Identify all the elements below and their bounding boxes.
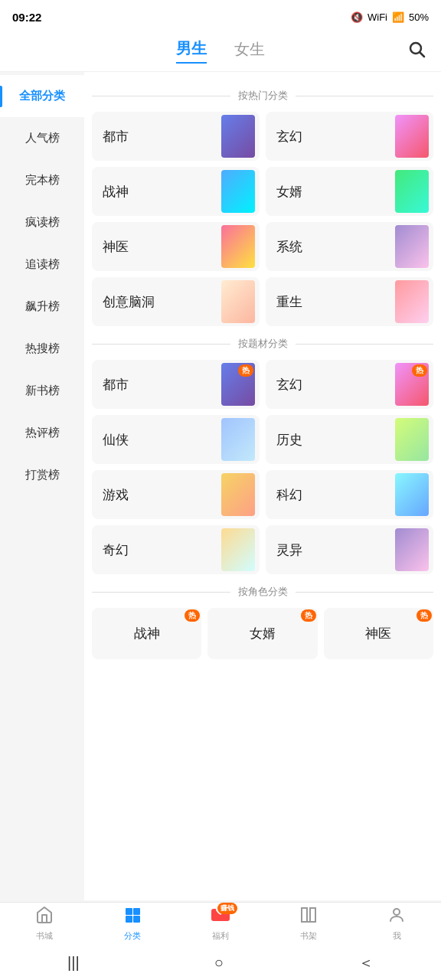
home-icon [35, 906, 54, 929]
bottom-nav: 书城 分类 赚钱 福利 [0, 902, 441, 945]
hot-badge-urban: 热 [238, 364, 253, 377]
cat-item-urban-hot[interactable]: 都市 [92, 112, 260, 161]
sidebar-item-new-books[interactable]: 新书榜 [0, 370, 84, 412]
topic-category-label: 按题材分类 [238, 337, 288, 351]
cover-img-urban [221, 115, 255, 158]
nav-item-category[interactable]: 分类 [88, 903, 176, 945]
character-category-label: 按角色分类 [238, 585, 288, 599]
header-tabs: 男生 女生 [176, 38, 265, 64]
main-layout: 全部分类 人气榜 完本榜 疯读榜 追读榜 飙升榜 热搜榜 新书榜 热评榜 打赏榜… [0, 72, 441, 900]
sidebar-item-complete[interactable]: 完本榜 [0, 159, 84, 201]
cover-img-zhanshen [221, 170, 255, 213]
cover-img-nuxu [395, 170, 429, 213]
sidebar-item-all[interactable]: 全部分类 [0, 75, 84, 117]
cat-label-xitong: 系统 [276, 238, 302, 256]
cat-item-xuanhuan-topic[interactable]: 玄幻 热 [266, 360, 433, 409]
sidebar-item-hot-search[interactable]: 热搜榜 [0, 328, 84, 370]
hot-category-header: 按热门分类 [92, 89, 433, 103]
cat-item-kehuan-topic[interactable]: 科幻 [266, 470, 433, 519]
nav-label-bookstore: 书城 [36, 930, 53, 942]
header: 男生 女生 [0, 31, 441, 72]
svg-rect-5 [133, 916, 140, 923]
divider-right [296, 96, 434, 96]
sidebar: 全部分类 人气榜 完本榜 疯读榜 追读榜 飙升榜 热搜榜 新书榜 热评榜 打赏榜 [0, 72, 84, 900]
nav-item-bookshelf[interactable]: 书架 [265, 903, 353, 945]
char-label-zhanshen: 战神 [134, 625, 160, 642]
svg-rect-8 [310, 908, 315, 922]
cover-img-xianxia-topic [221, 418, 255, 461]
cat-item-chuangyi-hot[interactable]: 创意脑洞 [92, 277, 260, 326]
svg-point-10 [394, 909, 400, 915]
status-icons: 🔇 WiFi 📶 50% [351, 11, 429, 23]
cat-item-urban-topic[interactable]: 都市 热 [92, 360, 260, 409]
cat-item-shenyi-hot[interactable]: 神医 [92, 222, 260, 271]
sidebar-item-hot-reviews[interactable]: 热评榜 [0, 412, 84, 454]
cat-cover-urban [221, 115, 255, 158]
cat-item-qihuan-topic[interactable]: 奇幻 [92, 525, 260, 574]
svg-rect-4 [126, 916, 132, 923]
cat-item-chongsheng-hot[interactable]: 重生 [266, 277, 433, 326]
cover-img-qihuan-topic [221, 528, 255, 571]
cat-cover-nuxu [395, 170, 429, 213]
topic-category-header: 按题材分类 [92, 337, 433, 351]
character-category-header: 按角色分类 [92, 585, 433, 599]
svg-line-1 [420, 52, 425, 57]
sidebar-item-crazy-read[interactable]: 疯读榜 [0, 201, 84, 243]
cat-label-kehuan-topic: 科幻 [276, 486, 302, 504]
content-area: 按热门分类 都市 玄幻 战神 [84, 72, 441, 900]
cat-item-youxi-topic[interactable]: 游戏 [92, 470, 260, 519]
cat-item-nuxu-hot[interactable]: 女婿 [266, 167, 433, 216]
welfare-badge: 赚钱 [217, 903, 237, 914]
cover-img-chongsheng [395, 280, 429, 323]
cat-label-qihuan-topic: 奇幻 [103, 541, 129, 559]
cat-cover-xuanhuan-topic: 热 [395, 363, 429, 406]
divider-left2 [92, 344, 230, 345]
wifi-icon: WiFi [368, 11, 387, 23]
nav-item-profile[interactable]: 我 [353, 903, 441, 945]
cat-item-xianxia-topic[interactable]: 仙侠 [92, 415, 260, 464]
char-item-shenyi[interactable]: 热 神医 [324, 608, 433, 659]
cat-item-xuanhuan-hot[interactable]: 玄幻 [266, 112, 433, 161]
system-recent-button[interactable]: ＜ [343, 946, 389, 979]
svg-rect-7 [302, 908, 307, 922]
search-button[interactable] [407, 40, 426, 63]
cat-label-xianxia-topic: 仙侠 [103, 431, 129, 449]
system-back-button[interactable]: ||| [52, 948, 95, 978]
cat-cover-shenyi [221, 225, 255, 268]
cat-item-lishi-topic[interactable]: 历史 [266, 415, 433, 464]
tab-female[interactable]: 女生 [234, 39, 265, 63]
hot-badge-xuanhuan: 热 [412, 364, 427, 377]
mute-icon: 🔇 [351, 11, 363, 23]
char-item-zhanshen[interactable]: 热 战神 [92, 608, 201, 659]
cat-label-nuxu: 女婿 [276, 183, 302, 201]
cat-item-lingyi-topic[interactable]: 灵异 [266, 525, 433, 574]
profile-icon [387, 906, 406, 929]
hot-category-label: 按热门分类 [238, 89, 288, 103]
cat-label-zhanshen: 战神 [103, 183, 129, 201]
nav-label-welfare: 福利 [212, 930, 229, 942]
cover-img-kehuan-topic [395, 473, 429, 516]
cat-label-youxi-topic: 游戏 [103, 486, 129, 504]
bookshelf-icon [299, 906, 318, 929]
sidebar-item-rising[interactable]: 飙升榜 [0, 286, 84, 328]
cat-cover-lishi-topic [395, 418, 429, 461]
status-bar: 09:22 🔇 WiFi 📶 50% [0, 0, 441, 31]
cover-img-xitong [395, 225, 429, 268]
cover-img-lingyi-topic [395, 528, 429, 571]
sidebar-item-following[interactable]: 追读榜 [0, 243, 84, 286]
hot-badge-nuxu-char: 热 [301, 609, 316, 622]
nav-item-bookstore[interactable]: 书城 [0, 903, 88, 945]
tab-male[interactable]: 男生 [176, 38, 207, 64]
cat-item-zhanshen-hot[interactable]: 战神 [92, 167, 260, 216]
nav-item-welfare[interactable]: 赚钱 福利 [176, 903, 264, 945]
cat-item-xitong-hot[interactable]: 系统 [266, 222, 433, 271]
cat-label-lishi-topic: 历史 [276, 431, 302, 449]
nav-label-bookshelf: 书架 [300, 930, 317, 942]
system-home-button[interactable]: ○ [199, 948, 239, 978]
cover-img-shenyi [221, 225, 255, 268]
signal-icon: 📶 [392, 11, 404, 23]
char-item-nuxu[interactable]: 热 女婿 [207, 608, 317, 659]
divider-right3 [296, 592, 434, 593]
sidebar-item-popularity[interactable]: 人气榜 [0, 117, 84, 159]
sidebar-item-rewards[interactable]: 打赏榜 [0, 454, 84, 496]
